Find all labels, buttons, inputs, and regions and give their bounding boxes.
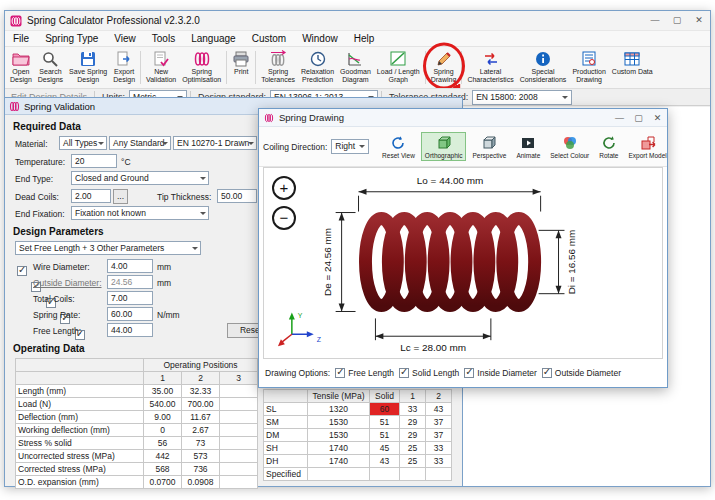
- required-data-header: Required Data: [13, 121, 81, 132]
- option-label: Free Length: [348, 368, 394, 378]
- table-row[interactable]: Uncorrected stress (MPa)442573: [16, 450, 258, 463]
- new-validation-button[interactable]: NewValidation: [143, 48, 179, 87]
- zoom-in-button[interactable]: +: [272, 176, 296, 200]
- custom-data-button[interactable]: Custom Data: [609, 48, 656, 87]
- coiling-direction-select[interactable]: Right: [331, 139, 369, 154]
- pos1-header: 1: [400, 390, 426, 403]
- material-type-select[interactable]: All Types: [59, 136, 107, 150]
- close-button[interactable]: ✕: [648, 109, 667, 127]
- table-row[interactable]: SH1740452533: [264, 442, 452, 455]
- spring-drawing-button[interactable]: SpringDrawing: [428, 48, 460, 87]
- wire-diameter-checkbox[interactable]: [17, 266, 27, 276]
- toolbar-label: Export: [114, 68, 134, 76]
- toolbar-label: Print: [234, 68, 248, 76]
- load-length-graph-button[interactable]: Load / LengthGraph: [374, 48, 423, 87]
- design-mode-select[interactable]: Set Free Length + 3 Other Parameters: [15, 241, 201, 255]
- spring-rate-label: Spring Rate:: [33, 310, 80, 320]
- orthographic-cube-icon: [436, 135, 452, 151]
- select-colour-button[interactable]: Select Colour: [546, 132, 593, 161]
- spring-rate-input[interactable]: 60.00: [107, 307, 153, 321]
- close-button[interactable]: ✕: [688, 11, 710, 30]
- table-row[interactable]: Specified: [264, 468, 452, 481]
- menu-tools[interactable]: Tools: [144, 31, 183, 46]
- table-row[interactable]: Length (mm)35.0032.33: [16, 385, 258, 398]
- animate-button[interactable]: Animate: [512, 132, 544, 161]
- end-type-select[interactable]: Closed and Ground: [71, 171, 209, 185]
- wire-diameter-label: Wire Diameter:: [33, 262, 90, 272]
- end-fixation-select[interactable]: Fixation not known: [71, 206, 209, 220]
- menu-file[interactable]: File: [5, 31, 37, 46]
- menu-bar: File Spring Type View Tools Language Cus…: [5, 30, 710, 46]
- search-designs-button[interactable]: SearchDesigns: [35, 48, 66, 87]
- outside-diameter-label[interactable]: Outside Diameter:: [33, 278, 102, 288]
- title-bar[interactable]: Spring Calculator Professional v2.3.2.0 …: [5, 11, 710, 30]
- reset-view-button[interactable]: Reset View: [378, 132, 419, 161]
- outside-diameter-option-checkbox[interactable]: [542, 368, 552, 378]
- special-considerations-button[interactable]: SpecialConsiderations: [517, 48, 570, 87]
- table-row[interactable]: SL1320603343: [264, 403, 452, 416]
- wire-diameter-input[interactable]: 4.00: [107, 259, 153, 273]
- table-row[interactable]: Deflection (mm)9.0011.67: [16, 411, 258, 424]
- material-grade-select[interactable]: EN 10270-1 Drawn: [173, 136, 257, 150]
- table-row[interactable]: SM1530512937: [264, 416, 452, 429]
- window-title: Spring Drawing: [279, 112, 344, 123]
- minimize-button[interactable]: —: [644, 11, 666, 30]
- free-length-input[interactable]: 44.00: [107, 323, 153, 337]
- drawing-canvas[interactable]: Lo = 44.00 mm De = 24.56 mm Di = 16.56 m…: [263, 167, 663, 359]
- table-row[interactable]: DH1740432533: [264, 455, 452, 468]
- toolbar-label: Save Spring: [69, 68, 107, 76]
- menu-view[interactable]: View: [106, 31, 144, 46]
- free-length-option-checkbox[interactable]: [335, 368, 345, 378]
- minimize-button[interactable]: —: [610, 109, 629, 127]
- zoom-out-button[interactable]: −: [272, 206, 296, 230]
- table-row[interactable]: Working deflection (mm)02.67: [16, 424, 258, 437]
- inside-diameter-option-checkbox[interactable]: [464, 368, 474, 378]
- perspective-cube-icon: [481, 135, 497, 151]
- tolerance-standard-select[interactable]: EN 15800: 2008: [472, 90, 572, 105]
- menu-language[interactable]: Language: [183, 31, 244, 46]
- total-coils-input[interactable]: 7.00: [107, 291, 153, 305]
- table-row[interactable]: Stress % solid5673: [16, 437, 258, 450]
- export-design-button[interactable]: ExportDesign: [110, 48, 138, 87]
- relaxation-prediction-button[interactable]: RelaxationPrediction: [298, 48, 337, 87]
- orthographic-button[interactable]: Orthographic: [421, 132, 467, 161]
- lateral-characteristics-button[interactable]: LateralCharacteristics: [464, 48, 516, 87]
- temperature-input[interactable]: 20: [71, 154, 117, 168]
- open-design-button[interactable]: OpenDesign: [7, 48, 35, 87]
- table-row[interactable]: Load (N)540.00700.00: [16, 398, 258, 411]
- goodman-diagram-button[interactable]: GoodmanDiagram: [337, 48, 374, 87]
- outside-diameter-input[interactable]: 24.56: [107, 275, 153, 289]
- dead-coils-input[interactable]: 2.00: [71, 189, 111, 203]
- maximize-button[interactable]: ▢: [629, 109, 648, 127]
- option-label: Inside Diameter: [477, 368, 537, 378]
- toolbar-label: Design: [77, 76, 99, 84]
- export-model-icon: [640, 135, 656, 151]
- perspective-button[interactable]: Perspective: [468, 132, 510, 161]
- spring-drawing-window: Spring Drawing — ▢ ✕ Coiling Direction: …: [258, 108, 668, 388]
- menu-window[interactable]: Window: [294, 31, 346, 46]
- maximize-button[interactable]: ▢: [666, 11, 688, 30]
- print-button[interactable]: Print: [229, 48, 253, 87]
- export-model-button[interactable]: Export Model: [624, 132, 670, 161]
- table-row[interactable]: DM1530512937: [264, 429, 452, 442]
- table-row[interactable]: O.D. expansion (mm)0.07000.0908: [16, 476, 258, 489]
- spring-optimisation-button[interactable]: SpringOptimisation: [179, 48, 224, 87]
- open-folder-icon: [12, 50, 30, 68]
- temperature-unit: °C: [121, 157, 131, 167]
- rotate-button[interactable]: Rotate: [595, 132, 622, 161]
- solid-length-option-checkbox[interactable]: [399, 368, 409, 378]
- tip-thickness-input[interactable]: 50.00: [217, 189, 257, 203]
- production-drawing-button[interactable]: ProductionDrawing: [569, 48, 608, 87]
- menu-custom[interactable]: Custom: [244, 31, 294, 46]
- toolbar-label: Characteristics: [467, 76, 513, 84]
- toolbar-label: Drawing: [576, 76, 602, 84]
- clock-icon: [309, 50, 327, 68]
- menu-spring-type[interactable]: Spring Type: [37, 31, 106, 46]
- spring-drawing-title-bar[interactable]: Spring Drawing — ▢ ✕: [259, 109, 667, 127]
- dead-coils-browse-button[interactable]: ...: [113, 189, 128, 204]
- save-spring-design-button[interactable]: Save SpringDesign: [66, 48, 110, 87]
- material-standard-select[interactable]: Any Standard: [109, 136, 171, 150]
- table-row[interactable]: Corrected stress (MPa)568736: [16, 463, 258, 476]
- spring-tolerances-button[interactable]: SpringTolerances: [258, 48, 298, 87]
- menu-help[interactable]: Help: [346, 31, 383, 46]
